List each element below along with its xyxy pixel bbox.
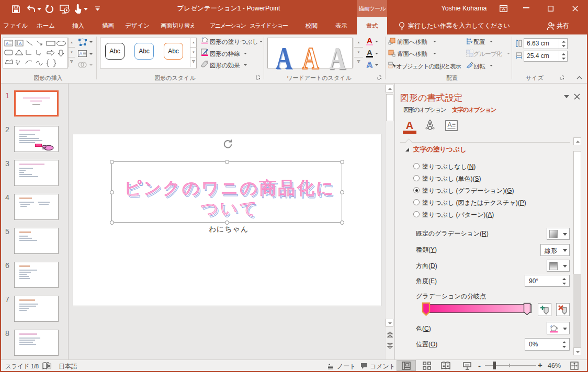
svg-text:A: A bbox=[19, 41, 22, 46]
svg-text:A: A bbox=[80, 51, 83, 56]
svg-text:A: A bbox=[6, 41, 9, 46]
svg-text:A: A bbox=[448, 121, 452, 129]
